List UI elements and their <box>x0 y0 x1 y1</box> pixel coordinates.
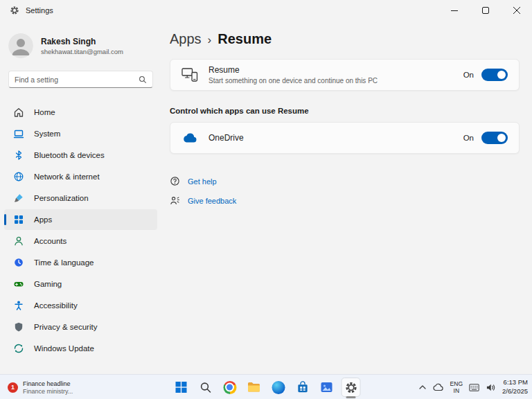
sidebar-item-privacy[interactable]: Privacy & security <box>4 317 157 337</box>
sidebar: Rakesh Singh shekhawat.titan@gmail.com H… <box>0 21 161 374</box>
breadcrumb: Apps › Resume <box>170 31 520 47</box>
sidebar-item-label: Home <box>34 108 55 116</box>
sidebar-item-bluetooth[interactable]: Bluetooth & devices <box>4 145 157 166</box>
onedrive-setting-card: OneDrive On <box>170 122 520 154</box>
settings-taskbar-icon[interactable] <box>342 378 361 397</box>
resume-toggle-area: On <box>463 69 508 81</box>
volume-icon[interactable] <box>486 383 496 392</box>
apps-grid-icon <box>13 214 24 225</box>
game-controller-icon <box>13 278 24 290</box>
breadcrumb-apps[interactable]: Apps <box>170 31 202 47</box>
sidebar-item-accounts[interactable]: Accounts <box>4 231 157 251</box>
sidebar-item-label: Network & internet <box>34 172 100 181</box>
onedrive-card-text: OneDrive <box>209 133 244 143</box>
accounts-person-icon <box>13 236 24 247</box>
widget-subline: Finance ministry... <box>23 388 73 395</box>
store-icon[interactable] <box>293 378 312 397</box>
resume-toggle-state-label: On <box>463 71 474 79</box>
sidebar-item-time-language[interactable]: Time & language <box>4 252 157 273</box>
section-header: Control which apps can use Resume <box>170 107 520 115</box>
sidebar-item-label: Privacy & security <box>34 323 97 331</box>
taskbar-search-button[interactable] <box>196 378 215 397</box>
sidebar-item-label: System <box>34 130 60 138</box>
start-button[interactable] <box>172 378 191 397</box>
widgets-button[interactable]: 1 Finance headline Finance ministry... <box>5 375 76 399</box>
sidebar-item-system[interactable]: System <box>4 123 157 144</box>
onedrive-toggle[interactable] <box>481 132 508 144</box>
resume-card-text: Resume Start something on one device and… <box>209 65 378 85</box>
home-icon <box>13 107 24 118</box>
resume-setting-card: Resume Start something on one device and… <box>170 59 520 91</box>
date-label: 2/6/2025 <box>502 387 528 396</box>
onedrive-cloud-icon <box>181 130 198 145</box>
clock[interactable]: 6:13 PM 2/6/2025 <box>502 378 528 396</box>
sidebar-item-apps[interactable]: Apps <box>4 209 157 230</box>
search-input[interactable] <box>15 76 139 84</box>
bluetooth-icon <box>13 150 24 161</box>
file-explorer-icon[interactable] <box>245 378 264 397</box>
search-icon[interactable] <box>139 76 147 84</box>
sidebar-item-label: Windows Update <box>34 344 94 353</box>
clock-icon <box>13 257 24 268</box>
profile-text: Rakesh Singh shekhawat.titan@gmail.com <box>41 37 123 55</box>
chrome-icon[interactable] <box>220 378 240 397</box>
widget-headline: Finance headline <box>23 380 73 387</box>
resume-title: Resume <box>209 65 378 75</box>
touch-keyboard-icon[interactable] <box>469 384 479 391</box>
sidebar-item-label: Personalization <box>34 194 89 202</box>
chrome-ball <box>223 381 236 394</box>
accessibility-person-icon <box>13 300 24 311</box>
give-feedback-link[interactable]: Give feedback <box>188 197 236 205</box>
taskbar: 1 Finance headline Finance ministry... <box>0 374 532 399</box>
region-label: IN <box>450 387 463 394</box>
system-icon <box>13 128 24 139</box>
main-content: Apps › Resume Resume Start something on … <box>170 21 532 374</box>
settings-search[interactable] <box>8 71 153 88</box>
settings-window: Settings Rakesh Singh shekhawat.titan@gm… <box>0 0 532 399</box>
close-button[interactable] <box>501 0 532 21</box>
sidebar-item-label: Accounts <box>34 237 66 245</box>
window-controls <box>438 0 532 21</box>
sidebar-item-network[interactable]: Network & internet <box>4 166 157 187</box>
network-globe-icon <box>13 171 24 182</box>
onedrive-title: OneDrive <box>209 133 244 143</box>
user-email: shekhawat.titan@gmail.com <box>41 48 123 55</box>
edge-icon[interactable] <box>269 378 288 397</box>
sidebar-item-gaming[interactable]: Gaming <box>4 274 157 294</box>
footer-links: Get help Give feedback <box>170 176 520 206</box>
user-profile[interactable]: Rakesh Singh shekhawat.titan@gmail.com <box>4 29 157 62</box>
sidebar-item-label: Bluetooth & devices <box>34 151 105 159</box>
language-label: ENG <box>450 380 463 387</box>
sidebar-item-accessibility[interactable]: Accessibility <box>4 295 157 316</box>
titlebar: Settings <box>0 0 532 21</box>
shield-icon <box>13 321 24 332</box>
resume-toggle[interactable] <box>481 69 508 81</box>
maximize-button[interactable] <box>470 0 501 21</box>
widget-text: Finance headline Finance ministry... <box>23 380 73 395</box>
onedrive-tray-icon[interactable] <box>432 383 444 391</box>
notification-badge: 1 <box>8 382 18 393</box>
sidebar-item-windows-update[interactable]: Windows Update <box>4 338 157 359</box>
sidebar-item-home[interactable]: Home <box>4 102 157 123</box>
resume-description: Start something on one device and contin… <box>209 77 378 85</box>
breadcrumb-separator-icon: › <box>208 33 212 47</box>
system-tray: ENG IN 6:13 PM 2/6/2025 <box>419 375 528 399</box>
window-title: Settings <box>26 6 53 15</box>
minimize-button[interactable] <box>438 0 470 21</box>
taskbar-app-icons <box>172 375 361 399</box>
onedrive-toggle-area: On <box>463 132 508 144</box>
avatar <box>8 33 33 58</box>
sidebar-item-personalization[interactable]: Personalization <box>4 188 157 209</box>
get-help-icon <box>170 176 180 186</box>
sidebar-nav: Home System Bluetooth & devices Network … <box>4 102 157 359</box>
get-help-link[interactable]: Get help <box>188 177 217 186</box>
resume-devices-icon <box>181 67 198 82</box>
sidebar-item-label: Gaming <box>34 280 62 288</box>
photos-icon[interactable] <box>317 378 337 397</box>
language-switcher[interactable]: ENG IN <box>450 380 463 394</box>
time-label: 6:13 PM <box>502 378 528 387</box>
tray-chevron-up-icon[interactable] <box>419 385 426 389</box>
sidebar-item-label: Time & language <box>34 258 94 267</box>
user-name: Rakesh Singh <box>41 37 123 46</box>
feedback-icon <box>170 195 180 206</box>
